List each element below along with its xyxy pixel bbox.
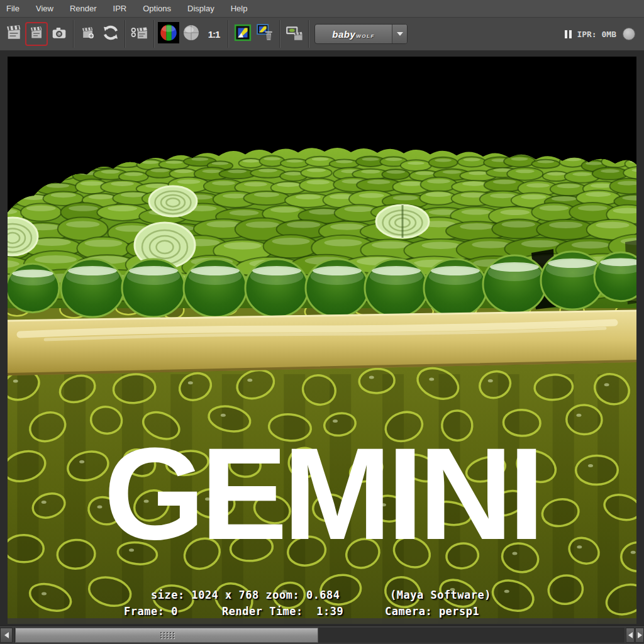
refresh-icon [101, 23, 120, 45]
rgb-channels-button[interactable] [158, 23, 179, 45]
status-camera: Camera: persp1 [385, 605, 479, 618]
camera-icon [51, 25, 67, 43]
keep-image-button[interactable] [232, 23, 253, 45]
scrollbar-thumb[interactable] [15, 628, 318, 643]
keep-image-icon [234, 24, 252, 44]
alpha-sphere-icon [181, 23, 201, 45]
real-size-button[interactable]: 1:1 [203, 23, 225, 45]
scroll-right-button[interactable] [635, 628, 644, 643]
toolbar-separator [228, 20, 229, 48]
menu-bar: File View Render IPR Options Display Hel… [0, 0, 644, 18]
camera-select-label: baby WOLF [315, 25, 392, 43]
pause-ipr-button[interactable] [565, 30, 572, 38]
render-globals-icon [285, 23, 304, 45]
scrollbar-grip [160, 632, 175, 640]
refresh-ipr-button[interactable] [100, 23, 121, 45]
chevron-down-icon [397, 32, 403, 36]
menu-options[interactable]: Options [143, 4, 171, 13]
scroll-left-button-right-pair[interactable] [626, 628, 635, 643]
camera-name-secondary: WOLF [356, 33, 375, 39]
pause-icon [565, 30, 567, 38]
clapperboard-icon [6, 25, 22, 43]
menu-render[interactable]: Render [70, 4, 97, 13]
scrollbar-track[interactable] [14, 628, 625, 643]
render-overlay-title: GEMINI [8, 429, 636, 559]
rgb-sphere-icon [158, 22, 179, 46]
status-size-zoom: size: 1024 x 768 zoom: 0.684 [151, 589, 340, 601]
one-to-one-label: 1:1 [208, 29, 220, 40]
render-viewport: GEMINI size: 1024 x 768 zoom: 0.684 (May… [0, 50, 644, 625]
scroll-left-button[interactable] [0, 628, 13, 643]
toolbar: 1:1 [0, 18, 644, 50]
status-frame: Frame: 0 [124, 605, 178, 618]
render-canvas[interactable]: GEMINI size: 1024 x 768 zoom: 0.684 (May… [8, 57, 636, 624]
alpha-channel-button[interactable] [180, 23, 202, 45]
arrow-left-icon [628, 632, 633, 638]
redo-ipr-render-button[interactable] [77, 23, 99, 45]
stop-render-button[interactable] [623, 28, 635, 40]
redo-render-button[interactable] [3, 23, 25, 45]
remove-image-button[interactable] [255, 23, 276, 45]
toolbar-separator [73, 20, 74, 48]
render-settings-button[interactable] [284, 23, 305, 45]
remove-image-icon [256, 23, 275, 45]
menu-file[interactable]: File [6, 4, 19, 13]
camera-name-primary: baby [332, 29, 355, 40]
redo-render-region-button[interactable] [26, 23, 47, 45]
menu-display[interactable]: Display [187, 4, 214, 13]
menu-ipr[interactable]: IPR [113, 4, 127, 13]
snapshot-button[interactable] [48, 23, 70, 45]
toolbar-separator [153, 20, 155, 48]
render-view-window: File View Render IPR Options Display Hel… [0, 0, 644, 644]
ipr-memory-label: IPR: 0MB [577, 30, 616, 39]
arrow-right-icon [638, 632, 642, 638]
arrow-left-icon [4, 632, 9, 638]
ipr-clapperboard-icon [80, 25, 96, 43]
status-renderer: (Maya Software) [390, 589, 491, 601]
toolbar-separator [279, 20, 280, 48]
toolbar-separator [125, 20, 126, 48]
horizontal-scrollbar[interactable] [0, 625, 644, 644]
clapperboard-region-icon [29, 25, 44, 43]
redo-ipr-region-button[interactable] [129, 23, 150, 45]
toolbar-separator [308, 20, 309, 48]
camera-select-dropdown[interactable]: baby WOLF [314, 24, 408, 44]
dots-clapperboard-icon [131, 24, 148, 44]
menu-view[interactable]: View [36, 4, 53, 13]
menu-help[interactable]: Help [231, 4, 248, 13]
camera-dropdown-arrow-button[interactable] [392, 25, 407, 43]
status-render-time: Render Time: 1:39 [222, 605, 343, 618]
